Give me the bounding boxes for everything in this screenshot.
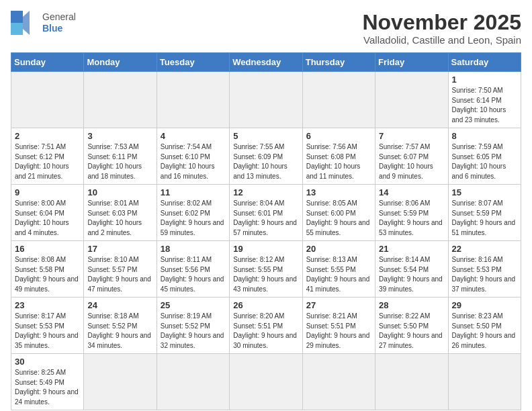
day-8: 8 Sunrise: 7:59 AMSunset: 6:05 PMDayligh… xyxy=(448,128,521,185)
page-header: General Blue November 2025 Valladolid, C… xyxy=(11,11,521,46)
calendar-week-6: 30 Sunrise: 8:25 AMSunset: 5:49 PMDaylig… xyxy=(11,354,521,410)
day-23: 23 Sunrise: 8:17 AMSunset: 5:53 PMDaylig… xyxy=(11,298,84,354)
empty-cell xyxy=(375,72,448,128)
day-3: 3 Sunrise: 7:53 AMSunset: 6:11 PMDayligh… xyxy=(84,128,157,185)
day-22: 22 Sunrise: 8:16 AMSunset: 5:53 PMDaylig… xyxy=(448,241,521,298)
empty-cell xyxy=(84,354,157,410)
day-20: 20 Sunrise: 8:13 AMSunset: 5:55 PMDaylig… xyxy=(302,241,375,298)
day-30: 30 Sunrise: 8:25 AMSunset: 5:49 PMDaylig… xyxy=(11,354,84,410)
day-7: 7 Sunrise: 7:57 AMSunset: 6:07 PMDayligh… xyxy=(375,128,448,185)
day-11: 11 Sunrise: 8:02 AMSunset: 6:02 PMDaylig… xyxy=(157,185,229,241)
day-6: 6 Sunrise: 7:56 AMSunset: 6:08 PMDayligh… xyxy=(302,128,375,185)
empty-cell xyxy=(157,72,229,128)
day-9: 9 Sunrise: 8:00 AMSunset: 6:04 PMDayligh… xyxy=(11,185,84,241)
header-wednesday: Wednesday xyxy=(230,53,302,72)
day-26: 26 Sunrise: 8:20 AMSunset: 5:51 PMDaylig… xyxy=(230,298,302,354)
empty-cell xyxy=(230,72,302,128)
day-24: 24 Sunrise: 8:18 AMSunset: 5:52 PMDaylig… xyxy=(84,298,157,354)
calendar-week-1: 1 Sunrise: 7:50 AMSunset: 6:14 PMDayligh… xyxy=(11,72,521,128)
calendar-week-5: 23 Sunrise: 8:17 AMSunset: 5:53 PMDaylig… xyxy=(11,298,521,354)
header-tuesday: Tuesday xyxy=(157,53,229,72)
calendar-week-2: 2 Sunrise: 7:51 AMSunset: 6:12 PMDayligh… xyxy=(11,128,521,185)
title-area: November 2025 Valladolid, Castille and L… xyxy=(362,11,521,46)
empty-cell xyxy=(448,354,521,410)
location-subtitle: Valladolid, Castille and Leon, Spain xyxy=(362,34,521,46)
logo-svg xyxy=(11,11,38,35)
day-12: 12 Sunrise: 8:04 AMSunset: 6:01 PMDaylig… xyxy=(230,185,302,241)
empty-cell xyxy=(302,72,375,128)
logo: General Blue xyxy=(11,11,76,35)
day-10: 10 Sunrise: 8:01 AMSunset: 6:03 PMDaylig… xyxy=(84,185,157,241)
day-19: 19 Sunrise: 8:12 AMSunset: 5:55 PMDaylig… xyxy=(230,241,302,298)
month-title: November 2025 xyxy=(362,11,521,34)
calendar-week-4: 16 Sunrise: 8:08 AMSunset: 5:58 PMDaylig… xyxy=(11,241,521,298)
day-27: 27 Sunrise: 8:21 AMSunset: 5:51 PMDaylig… xyxy=(302,298,375,354)
day-13: 13 Sunrise: 8:05 AMSunset: 6:00 PMDaylig… xyxy=(302,185,375,241)
svg-marker-2 xyxy=(23,11,30,35)
header-friday: Friday xyxy=(375,53,448,72)
empty-cell xyxy=(84,72,157,128)
svg-rect-1 xyxy=(11,23,23,35)
weekday-header-row: Sunday Monday Tuesday Wednesday Thursday… xyxy=(11,53,521,72)
day-5: 5 Sunrise: 7:55 AMSunset: 6:09 PMDayligh… xyxy=(230,128,302,185)
day-15: 15 Sunrise: 8:07 AMSunset: 5:59 PMDaylig… xyxy=(448,185,521,241)
empty-cell xyxy=(157,354,229,410)
day-16: 16 Sunrise: 8:08 AMSunset: 5:58 PMDaylig… xyxy=(11,241,84,298)
day-1: 1 Sunrise: 7:50 AMSunset: 6:14 PMDayligh… xyxy=(448,72,521,128)
calendar-table: Sunday Monday Tuesday Wednesday Thursday… xyxy=(11,52,521,410)
empty-cell xyxy=(11,72,84,128)
logo-blue: Blue xyxy=(42,23,76,34)
header-sunday: Sunday xyxy=(11,53,84,72)
empty-cell xyxy=(230,354,302,410)
day-28: 28 Sunrise: 8:22 AMSunset: 5:50 PMDaylig… xyxy=(375,298,448,354)
logo-general: General xyxy=(42,11,76,23)
day-29: 29 Sunrise: 8:23 AMSunset: 5:50 PMDaylig… xyxy=(448,298,521,354)
day-21: 21 Sunrise: 8:14 AMSunset: 5:54 PMDaylig… xyxy=(375,241,448,298)
header-saturday: Saturday xyxy=(448,53,521,72)
header-thursday: Thursday xyxy=(302,53,375,72)
day-18: 18 Sunrise: 8:11 AMSunset: 5:56 PMDaylig… xyxy=(157,241,229,298)
empty-cell xyxy=(302,354,375,410)
empty-cell xyxy=(375,354,448,410)
day-4: 4 Sunrise: 7:54 AMSunset: 6:10 PMDayligh… xyxy=(157,128,229,185)
day-14: 14 Sunrise: 8:06 AMSunset: 5:59 PMDaylig… xyxy=(375,185,448,241)
svg-rect-0 xyxy=(11,11,23,23)
header-monday: Monday xyxy=(84,53,157,72)
day-2: 2 Sunrise: 7:51 AMSunset: 6:12 PMDayligh… xyxy=(11,128,84,185)
calendar-week-3: 9 Sunrise: 8:00 AMSunset: 6:04 PMDayligh… xyxy=(11,185,521,241)
day-25: 25 Sunrise: 8:19 AMSunset: 5:52 PMDaylig… xyxy=(157,298,229,354)
day-17: 17 Sunrise: 8:10 AMSunset: 5:57 PMDaylig… xyxy=(84,241,157,298)
